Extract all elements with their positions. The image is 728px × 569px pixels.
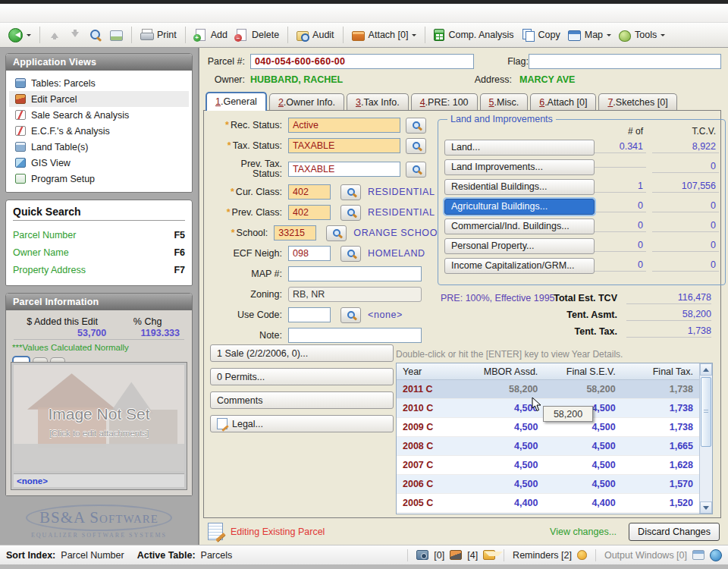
prev-class-lookup-button[interactable] bbox=[340, 205, 361, 221]
table-scrollbar[interactable] bbox=[699, 363, 712, 514]
year-column-header[interactable]: Year bbox=[397, 366, 466, 377]
year-row[interactable]: 2007 C 4,500 4,500 1,628 bbox=[397, 456, 699, 475]
main-tab[interactable]: 7.Sketches [0] bbox=[598, 93, 676, 110]
year-row[interactable]: 2005 C 4,400 4,400 1,520 bbox=[397, 494, 699, 513]
lookup-icon bbox=[333, 229, 340, 237]
tools-dropdown-caret[interactable] bbox=[661, 34, 665, 39]
main-tab[interactable]: 6.Attach [0] bbox=[530, 93, 596, 110]
copy-button[interactable]: Copy bbox=[518, 27, 564, 43]
app-view-item[interactable]: Edit Parcel bbox=[9, 91, 189, 107]
ecf-lookup-button[interactable] bbox=[340, 246, 361, 262]
reminders-label[interactable]: Reminders [2] bbox=[513, 550, 572, 561]
land-category-button[interactable]: Land Improvements... bbox=[444, 159, 595, 175]
app-view-item[interactable]: GIS View bbox=[9, 155, 189, 171]
tax-column-header[interactable]: Final Tax. bbox=[622, 366, 699, 377]
back-button[interactable] bbox=[5, 26, 35, 45]
camera-icon[interactable] bbox=[416, 550, 428, 560]
year-row[interactable]: 2011 C 58,200 58,200 1,738 bbox=[397, 380, 699, 399]
app-view-item[interactable]: Land Table(s) bbox=[9, 139, 189, 155]
action-button[interactable]: Legal... bbox=[210, 415, 394, 432]
action-button[interactable]: 0 Permits... bbox=[210, 368, 394, 385]
sketch-icon[interactable] bbox=[450, 550, 462, 560]
prev-tax-lookup-button[interactable] bbox=[406, 162, 426, 178]
main-tab[interactable]: 4.PRE: 100 bbox=[411, 93, 478, 110]
attach-button[interactable]: Attach [0] bbox=[348, 27, 421, 42]
school-input[interactable] bbox=[274, 225, 316, 240]
main-tab[interactable]: 1.General bbox=[206, 92, 267, 111]
globe-icon[interactable] bbox=[710, 549, 722, 561]
scrollbar-thumb[interactable] bbox=[701, 377, 711, 447]
use-code-input[interactable] bbox=[288, 307, 331, 322]
land-category-button[interactable]: Land... bbox=[444, 140, 595, 156]
app-view-item[interactable]: E.C.F.'s & Analysis bbox=[9, 123, 189, 139]
land-category-button[interactable]: Agricultural Buildings... bbox=[444, 199, 595, 215]
land-category-button[interactable]: Personal Property... bbox=[444, 238, 595, 254]
zoning-input[interactable] bbox=[288, 287, 422, 302]
nav-up-button[interactable] bbox=[45, 27, 65, 43]
preview-button[interactable] bbox=[106, 27, 127, 42]
delete-button[interactable]: –Delete bbox=[231, 27, 283, 43]
map-number-input[interactable] bbox=[288, 266, 422, 281]
ecf-neigh-input[interactable] bbox=[288, 246, 331, 261]
scroll-down-button[interactable] bbox=[700, 501, 712, 514]
prev-class-input[interactable] bbox=[288, 205, 331, 220]
map-dropdown-caret[interactable] bbox=[607, 34, 611, 39]
bell-icon[interactable] bbox=[577, 550, 587, 560]
year-row[interactable]: 2008 C 4,500 4,500 1,665 bbox=[397, 437, 699, 456]
tax-status-input[interactable] bbox=[288, 138, 400, 153]
mail-icon[interactable] bbox=[483, 550, 495, 560]
sev-column-header[interactable]: Final S.E.V. bbox=[544, 366, 621, 377]
print-button[interactable]: Print bbox=[136, 27, 180, 43]
flag-input[interactable] bbox=[529, 54, 721, 69]
audit-button[interactable]: Audit bbox=[293, 27, 338, 42]
card-tab[interactable] bbox=[12, 356, 30, 362]
quick-search-label[interactable]: Property Address bbox=[13, 265, 86, 275]
main-tab[interactable]: 5.Misc. bbox=[480, 93, 529, 110]
back-dropdown-caret[interactable] bbox=[27, 34, 31, 39]
mbor-column-header[interactable]: MBOR Assd. bbox=[466, 366, 544, 377]
quick-search-label[interactable]: Owner Name bbox=[13, 247, 69, 258]
cur-class-input[interactable] bbox=[288, 184, 331, 200]
school-lookup-button[interactable] bbox=[326, 225, 347, 241]
parcel-photo[interactable]: Image Not Set [Click to edit attachments… bbox=[14, 365, 184, 471]
attach-dropdown-caret[interactable] bbox=[412, 34, 416, 39]
action-button[interactable]: Comments bbox=[210, 391, 394, 409]
scrollbar-track[interactable] bbox=[700, 376, 712, 501]
quick-search-item[interactable]: Property Address F7 bbox=[13, 261, 185, 278]
view-changes-link[interactable]: View changes... bbox=[550, 527, 617, 537]
use-code-lookup-button[interactable] bbox=[340, 307, 361, 323]
app-view-item[interactable]: Program Setup bbox=[9, 171, 189, 187]
add-button[interactable]: +Add bbox=[190, 27, 231, 43]
quick-search-label[interactable]: Parcel Number bbox=[13, 230, 76, 240]
parcel-image-frame[interactable]: Image Not Set [Click to edit attachments… bbox=[11, 362, 187, 490]
output-window-icon[interactable] bbox=[692, 550, 704, 560]
scroll-up-button[interactable] bbox=[700, 363, 712, 376]
tax-status-lookup-button[interactable] bbox=[406, 138, 426, 154]
search-button[interactable] bbox=[86, 27, 106, 43]
map-button[interactable]: Map bbox=[564, 27, 615, 42]
parcel-number-input[interactable] bbox=[250, 54, 474, 69]
image-none-link[interactable]: <none> bbox=[17, 476, 48, 486]
land-category-button[interactable]: Income Capitalization/GRM... bbox=[444, 258, 595, 274]
app-view-item[interactable]: Sale Search & Analysis bbox=[9, 107, 189, 123]
cur-class-lookup-button[interactable] bbox=[340, 184, 361, 200]
year-row[interactable]: 2006 C 4,500 4,500 1,570 bbox=[397, 475, 699, 494]
nav-down-button[interactable] bbox=[65, 27, 86, 43]
comp-analysis-button[interactable]: Comp. Analysis bbox=[430, 27, 517, 43]
output-windows-label[interactable]: Output Windows [0] bbox=[604, 550, 687, 561]
tools-button[interactable]: Tools bbox=[615, 27, 669, 43]
quick-search-item[interactable]: Owner Name F6 bbox=[13, 244, 185, 261]
main-tab[interactable]: 2.Owner Info. bbox=[269, 93, 344, 110]
prev-tax-status-input[interactable] bbox=[288, 162, 400, 177]
discard-changes-button[interactable]: Discard Changes bbox=[629, 523, 720, 541]
rec-status-lookup-button[interactable] bbox=[406, 118, 426, 134]
land-category-button[interactable]: Commercial/Ind. Buildings... bbox=[444, 218, 595, 234]
action-button[interactable]: 1 Sale (2/2/2006, 0)... bbox=[210, 344, 394, 362]
quick-search-item[interactable]: Parcel Number F5 bbox=[13, 226, 185, 244]
main-tab[interactable]: 3.Tax Info. bbox=[347, 93, 409, 110]
rec-status-input[interactable] bbox=[288, 118, 400, 133]
app-view-item[interactable]: Tables: Parcels bbox=[9, 75, 189, 91]
note-input[interactable] bbox=[288, 328, 422, 343]
land-category-button[interactable]: Residential Buildings... bbox=[444, 179, 595, 195]
mbor-cell: 58,200 bbox=[466, 384, 544, 395]
